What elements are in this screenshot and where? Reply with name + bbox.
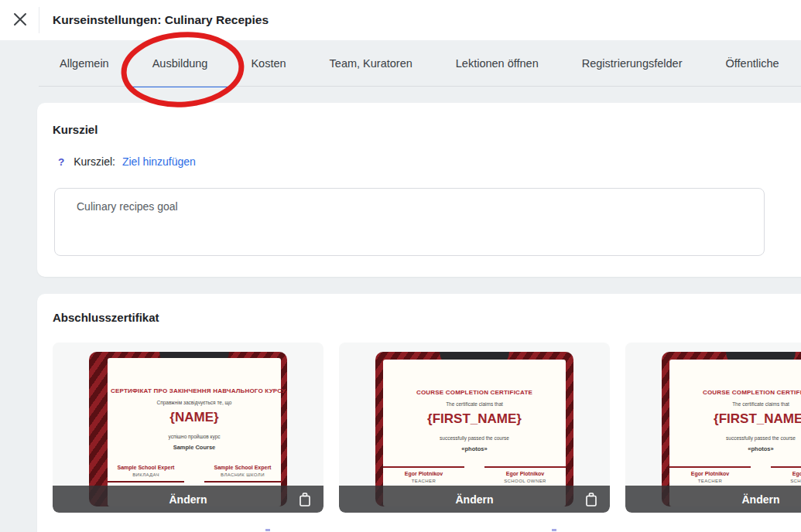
certificate-passed-text: successfully passed the course: [383, 435, 566, 441]
signature-block: Egor Plotnikov SCHOOL OWNER: [484, 466, 566, 483]
certificate-recipient-placeholder: {FIRST_NAME}: [669, 411, 801, 427]
certificate-recipient-placeholder: {FIRST_NAME}: [383, 411, 566, 427]
certificate-course-name: «photos»: [669, 445, 801, 452]
tab-bar: Allgemein Ausbildung Kosten Team, Kurato…: [38, 40, 801, 87]
certificate-preview: COURSE COMPLETION CERTIFICATE The certif…: [662, 352, 801, 506]
certificate-course-name: Sample Course: [108, 444, 281, 451]
certificate-thumbnail-1[interactable]: СЕРТИФІКАТ ПРО ЗАКІНЧЕННЯ НАВЧАЛЬНОГО КУ…: [53, 343, 323, 513]
goal-textarea[interactable]: Culinary recipes goal: [54, 188, 765, 256]
course-goal-section-title: Kursziel: [53, 123, 98, 136]
certificate-passed-text: успішно пройшов курс: [108, 434, 281, 439]
certificate-subtitle: Справжнім засвідчується те, що: [108, 400, 281, 405]
change-certificate-button[interactable]: Ändern: [742, 493, 780, 506]
tab-kosten[interactable]: Kosten: [229, 40, 307, 87]
course-goal-row: ? Kursziel: Ziel hinzufügen: [58, 152, 196, 172]
certificate-recipient-placeholder: {NAME}: [108, 410, 281, 425]
certificates-card: Abschlusszertifikat СЕРТИФІКАТ ПРО ЗАКІН…: [37, 294, 801, 532]
help-icon[interactable]: ?: [58, 156, 64, 168]
signature-block: Sample School Expert ВЛАСНИК ШКОЛИ: [204, 465, 281, 483]
close-button[interactable]: [11, 11, 29, 29]
signature-block: Egor Plotnikov TEACHER: [669, 466, 751, 483]
certificate-thumbnail-2[interactable]: COURSE COMPLETION CERTIFICATE The certif…: [339, 343, 610, 513]
tab-team-kuratoren[interactable]: Team, Kuratoren: [308, 40, 434, 87]
close-icon: [12, 11, 29, 28]
certificate-passed-text: successfully passed the course: [669, 435, 801, 441]
course-goal-card: Kursziel ? Kursziel: Ziel hinzufügen Cul…: [37, 103, 801, 277]
trash-icon[interactable]: [584, 492, 598, 507]
tab-registrierungsfelder[interactable]: Registrierungsfelder: [560, 40, 704, 87]
below-fold-artifact: [265, 529, 270, 531]
trash-icon[interactable]: [298, 492, 312, 507]
certificate-title: COURSE COMPLETION CERTIFICATE: [386, 389, 563, 396]
certificate-thumbnails-row: СЕРТИФІКАТ ПРО ЗАКІНЧЕННЯ НАВЧАЛЬНОГО КУ…: [53, 343, 801, 513]
add-goal-link[interactable]: Ziel hinzufügen: [122, 155, 196, 168]
change-certificate-button[interactable]: Ändern: [169, 493, 207, 506]
certificate-preview: COURSE COMPLETION CERTIFICATE The certif…: [375, 352, 573, 506]
certificates-section-title: Abschlusszertifikat: [53, 311, 159, 324]
header-divider: [39, 7, 39, 33]
certificate-course-name: «photos»: [383, 445, 566, 452]
certificate-title: COURSE COMPLETION CERTIFICATE: [673, 389, 801, 396]
signature-block: Egor Plotnikov SCHOOL OWNER: [771, 466, 801, 483]
certificate-title: СЕРТИФІКАТ ПРО ЗАКІНЧЕННЯ НАВЧАЛЬНОГО КУ…: [111, 387, 278, 394]
course-goal-label: Kursziel:: [74, 155, 115, 168]
certificate-preview: СЕРТИФІКАТ ПРО ЗАКІНЧЕННЯ НАВЧАЛЬНОГО КУ…: [89, 352, 287, 506]
certificate-thumbnail-3[interactable]: COURSE COMPLETION CERTIFICATE The certif…: [625, 343, 801, 513]
tab-ausbildung[interactable]: Ausbildung: [131, 40, 230, 87]
certificate-action-bar: Ändern: [53, 486, 323, 513]
tab-oeffentliche[interactable]: Öffentliche: [704, 40, 801, 87]
tab-allgemein[interactable]: Allgemein: [38, 40, 131, 87]
tab-lektionen-oeffnen[interactable]: Lektionen öffnen: [434, 40, 560, 87]
signature-block: Sample School Expert ВИКЛАДАЧ: [108, 465, 184, 483]
certificate-subtitle: The certificate claims that: [383, 401, 566, 407]
change-certificate-button[interactable]: Ändern: [456, 493, 494, 506]
certificate-subtitle: The certificate claims that: [669, 401, 801, 407]
tab-bar-underline: [39, 86, 801, 87]
certificate-action-bar: Ändern: [625, 486, 801, 513]
certificate-action-bar: Ändern: [339, 486, 610, 513]
signature-block: Egor Plotnikov TEACHER: [383, 466, 464, 483]
modal-header: Kurseinstellungen: Culinary Recepies: [0, 0, 801, 40]
below-fold-artifact: [552, 529, 556, 531]
page-title: Kurseinstellungen: Culinary Recepies: [53, 0, 269, 40]
